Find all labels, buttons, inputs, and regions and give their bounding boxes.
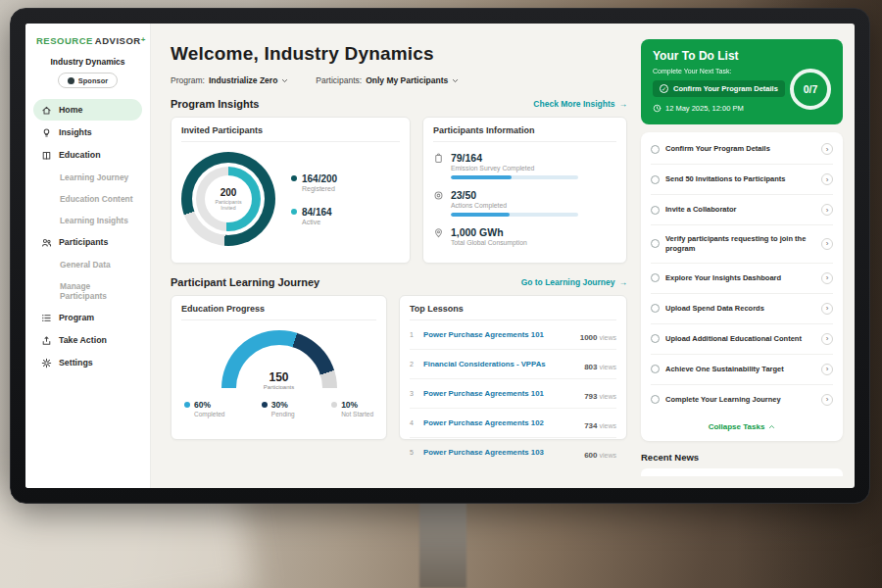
go-to-learning-journey-link[interactable]: Go to Learning Journey → [521, 277, 627, 287]
todo-progress-ring: 0/7 [790, 69, 831, 110]
lesson-link[interactable]: Power Purchase Agreements 102 [423, 418, 578, 427]
card-title: Top Lessons [410, 304, 616, 320]
todo-summary-card: Your To Do List Complete Your Next Task:… [641, 39, 843, 124]
sidebar-item-take-action[interactable]: Take Action [33, 329, 142, 351]
task-checkbox[interactable] [651, 239, 660, 248]
info-row-survey: 79/164 Emission Survey Completed [433, 152, 616, 179]
sidebar-item-manage-participants[interactable]: Manage Participants [33, 275, 142, 306]
task-checkbox[interactable] [651, 273, 660, 282]
participants-filter[interactable]: Participants: Only My Participants [316, 75, 459, 85]
survey-icon [433, 153, 444, 164]
task-checkbox[interactable] [651, 304, 660, 313]
task-row[interactable]: Upload Additional Educational Content › [651, 324, 833, 355]
actions-progress-bar [451, 213, 578, 217]
chevron-up-icon [768, 423, 775, 430]
sidebar: RESOURCEADVISOR+ Industry Dynamics Spons… [25, 24, 151, 488]
sponsor-badge[interactable]: Sponsor [58, 73, 118, 88]
task-row[interactable]: Verify participants requesting to join t… [651, 225, 833, 264]
sidebar-item-label: Learning Journey [60, 172, 128, 182]
chevron-right-icon[interactable]: › [821, 238, 833, 250]
task-row[interactable]: Invite a Collaborator › [651, 195, 833, 225]
task-row[interactable]: Complete Your Learning Journey › [651, 385, 833, 415]
sidebar-item-home[interactable]: Home [33, 99, 142, 121]
chevron-right-icon[interactable]: › [821, 173, 833, 185]
sponsor-icon [68, 77, 74, 84]
chevron-right-icon[interactable]: › [821, 204, 833, 216]
legend-dot [291, 209, 297, 215]
legend-dot [184, 402, 190, 408]
lesson-row[interactable]: 5 Power Purchase Agreements 103 600views [410, 438, 616, 466]
collapse-tasks-link[interactable]: Collapse Tasks [651, 415, 833, 437]
participants-icon [41, 237, 52, 248]
chevron-right-icon[interactable]: › [821, 333, 833, 345]
sidebar-item-label: Education [59, 150, 101, 160]
sidebar-item-label: Learning Insights [60, 216, 128, 225]
task-checkbox[interactable] [651, 206, 660, 215]
sidebar-item-label: Education Content [60, 194, 132, 204]
education-legend: 60% Completed 30% Pending 10% Not Starte… [181, 400, 376, 417]
legend-dot [262, 402, 268, 408]
sidebar-item-label: Participants [59, 237, 108, 247]
education-icon [41, 150, 52, 161]
chevron-right-icon[interactable]: › [821, 364, 833, 375]
lesson-link[interactable]: Power Purchase Agreements 101 [423, 389, 578, 398]
education-progress-card: Education Progress 150 Participants 60% … [171, 295, 387, 440]
chevron-right-icon[interactable]: › [821, 303, 833, 315]
sidebar-item-settings[interactable]: Settings [33, 352, 142, 373]
check-more-insights-link[interactable]: Check More Insights → [533, 99, 627, 109]
todo-panel: Your To Do List Complete Your Next Task:… [641, 24, 855, 488]
check-icon: ✓ [660, 84, 668, 93]
next-task-chip[interactable]: ✓ Confirm Your Program Details [653, 80, 785, 97]
sidebar-item-program[interactable]: Program [33, 307, 142, 328]
sidebar-item-insights[interactable]: Insights [33, 122, 142, 143]
task-checkbox[interactable] [651, 395, 660, 404]
monitor-bezel: RESOURCEADVISOR+ Industry Dynamics Spons… [10, 8, 870, 504]
page-title: Welcome, Industry Dynamics [171, 43, 627, 65]
card-title: Education Progress [181, 304, 376, 320]
home-icon [41, 105, 52, 116]
task-checkbox[interactable] [651, 365, 660, 373]
sidebar-nav: Home Insights Education Learning Journey… [33, 98, 142, 374]
task-row[interactable]: Achieve One Sustainability Target › [651, 355, 833, 385]
card-title: Invited Participants [181, 125, 400, 142]
sidebar-item-general-data[interactable]: General Data [33, 254, 142, 274]
sidebar-item-education[interactable]: Education [33, 144, 142, 166]
task-row[interactable]: Confirm Your Program Details › [651, 134, 833, 165]
chevron-right-icon[interactable]: › [821, 394, 833, 406]
lesson-link[interactable]: Financial Considerations - VPPAs [423, 360, 578, 368]
sidebar-item-participants[interactable]: Participants [33, 231, 142, 253]
monitor-stand [419, 498, 466, 588]
sidebar-item-learning-insights[interactable]: Learning Insights [33, 210, 142, 230]
arrow-right-icon: → [619, 99, 628, 109]
info-row-actions: 23/50 Actions Completed [433, 189, 616, 217]
chevron-right-icon[interactable]: › [821, 272, 833, 284]
org-name: Industry Dynamics [33, 57, 142, 67]
dashboard-screen: RESOURCEADVISOR+ Industry Dynamics Spons… [25, 24, 855, 488]
info-row-consumption: 1,000 GWh Total Global Consumption [433, 226, 616, 246]
lesson-row[interactable]: 2 Financial Considerations - VPPAs 803vi… [410, 350, 616, 379]
task-checkbox[interactable] [651, 175, 660, 184]
sidebar-item-label: Manage Participants [60, 281, 134, 301]
sidebar-item-education-content[interactable]: Education Content [33, 188, 142, 209]
participants-filter-label: Participants: [316, 75, 362, 85]
take-action-icon [41, 335, 52, 346]
task-row[interactable]: Explore Your Insights Dashboard › [651, 264, 833, 294]
task-checkbox[interactable] [651, 334, 660, 343]
sidebar-item-label: Take Action [59, 335, 107, 345]
lesson-row[interactable]: 3 Power Purchase Agreements 101 793views [410, 379, 616, 409]
task-row[interactable]: Upload Spend Data Records › [651, 294, 833, 324]
sidebar-item-learning-journey[interactable]: Learning Journey [33, 167, 142, 187]
todo-tasks-card: Confirm Your Program Details › Send 50 I… [641, 132, 843, 441]
lesson-row[interactable]: 4 Power Purchase Agreements 102 734views [410, 409, 616, 438]
chevron-right-icon[interactable]: › [821, 143, 833, 155]
task-checkbox[interactable] [651, 145, 660, 154]
recent-news-card [641, 468, 843, 476]
lesson-link[interactable]: Power Purchase Agreements 103 [423, 448, 578, 457]
sidebar-item-label: Home [59, 105, 82, 115]
legend-dot [331, 402, 337, 408]
lesson-link[interactable]: Power Purchase Agreements 101 [423, 330, 574, 339]
main-content: Welcome, Industry Dynamics Program: Indu… [151, 24, 641, 488]
lesson-row[interactable]: 1 Power Purchase Agreements 101 1000view… [410, 320, 616, 350]
program-filter[interactable]: Program: Industrialize Zero [171, 75, 288, 85]
task-row[interactable]: Send 50 Invitations to Participants › [651, 165, 833, 195]
